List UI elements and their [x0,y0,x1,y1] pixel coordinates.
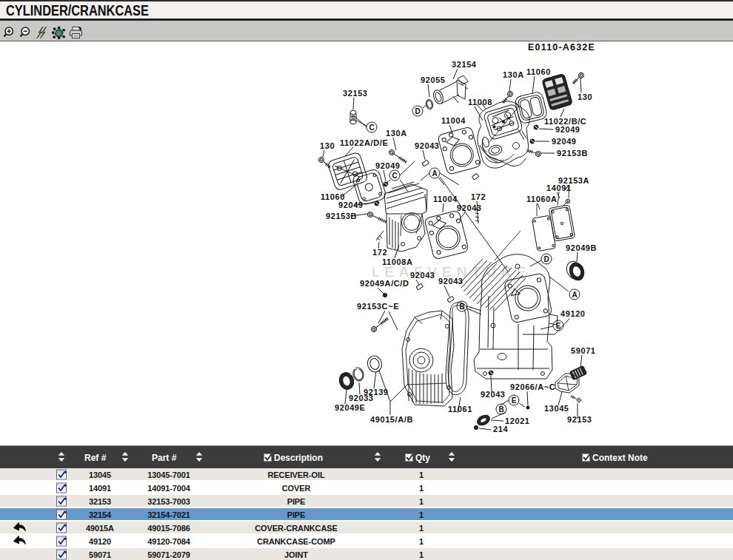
svg-text:D: D [543,255,549,263]
svg-text:172: 172 [471,192,486,201]
svg-text:92043: 92043 [457,203,482,212]
svg-text:13045: 13045 [544,404,569,413]
svg-text:11008: 11008 [468,98,492,107]
svg-text:E: E [556,322,561,330]
svg-text:32153: 32153 [343,89,368,98]
svg-text:92153B: 92153B [557,149,588,158]
svg-text:B: B [498,405,503,414]
svg-text:92049: 92049 [375,161,401,170]
svg-text:92043: 92043 [415,141,440,150]
svg-text:92153C~E: 92153C~E [357,302,399,311]
svg-text:11004: 11004 [433,195,458,203]
svg-text:92043: 92043 [481,390,506,399]
svg-text:130: 130 [320,141,335,150]
svg-text:92153B: 92153B [326,212,357,220]
svg-text:92043: 92043 [410,271,435,280]
svg-text:11060A: 11060A [526,195,558,203]
svg-text:92049A/C/D: 92049A/C/D [360,279,409,288]
svg-text:C: C [369,124,374,132]
svg-text:130A: 130A [386,129,407,138]
svg-text:11004: 11004 [441,116,466,125]
svg-text:172: 172 [372,248,387,257]
svg-text:E0110-A632E: E0110-A632E [528,42,595,53]
svg-text:92049: 92049 [552,137,577,146]
svg-text:59071: 59071 [571,346,596,355]
svg-text:49015/A/B: 49015/A/B [370,415,413,424]
svg-text:92153: 92153 [567,415,592,424]
svg-text:11060: 11060 [526,67,551,76]
svg-text:92033: 92033 [349,394,374,402]
svg-text:B: B [459,303,464,311]
svg-text:D: D [415,107,420,115]
svg-text:11022A/D/E: 11022A/D/E [340,138,388,147]
svg-text:A: A [572,291,577,299]
svg-text:11008A: 11008A [382,257,413,266]
svg-text:C: C [392,172,397,180]
svg-text:92049: 92049 [555,125,580,134]
svg-text:92049B: 92049B [566,243,597,252]
svg-text:11061: 11061 [448,405,472,414]
svg-text:92049: 92049 [338,200,364,209]
svg-text:130: 130 [578,92,592,101]
svg-text:49120: 49120 [560,309,586,318]
svg-text:E: E [512,397,517,405]
svg-text:A: A [432,169,437,178]
svg-text:92049E: 92049E [335,403,366,412]
svg-text:92066/A~C: 92066/A~C [510,382,555,391]
svg-text:92043: 92043 [438,277,463,286]
svg-text:12021: 12021 [505,416,530,425]
svg-text:130A: 130A [503,70,524,79]
svg-text:92055: 92055 [421,75,446,84]
svg-text:214: 214 [493,425,508,434]
svg-text:14091: 14091 [546,183,572,192]
svg-text:32154: 32154 [452,60,477,69]
